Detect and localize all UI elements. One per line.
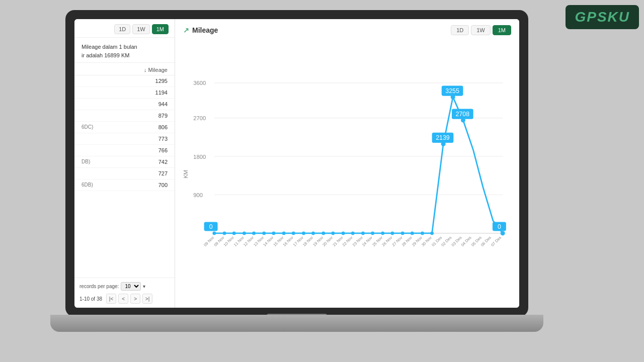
dot-0 <box>371 232 374 235</box>
svg-text:09 Nov: 09 Nov <box>203 235 215 247</box>
records-label: records per page: <box>79 284 119 289</box>
dot-0 <box>361 232 365 235</box>
tooltip-3255-text: 3255 <box>445 87 459 95</box>
dot-0 <box>311 232 315 235</box>
dot-0 <box>282 232 286 235</box>
left-btn-1d[interactable]: 1D <box>114 24 130 34</box>
tooltip-2139-text: 2139 <box>436 134 450 141</box>
dropdown-icon: ▾ <box>143 284 145 289</box>
dot-0 <box>223 232 226 235</box>
svg-text:22 Nov: 22 Nov <box>342 235 354 247</box>
dot-0 <box>302 232 305 235</box>
table-row: 1295 <box>74 75 175 87</box>
dot-0-start <box>212 232 216 235</box>
left-btn-1m[interactable]: 1M <box>152 24 169 34</box>
chart-title-text: Mileage <box>192 26 218 34</box>
chart-title: ↗ Mileage <box>183 26 218 34</box>
dot-0 <box>421 232 424 235</box>
records-select[interactable]: 10 25 50 <box>121 282 141 291</box>
next-page-button[interactable]: > <box>130 294 140 304</box>
dot-0 <box>381 232 384 235</box>
dot-0 <box>391 232 394 235</box>
laptop-screen: 1D 1W 1M Mileage dalam 1 bulan ir adalah… <box>74 19 519 308</box>
pagination-nav: 1-10 of 38 |< < > >| <box>79 294 170 304</box>
summary-line2: ir adalah 16899 KM <box>82 51 168 60</box>
laptop-base <box>50 315 543 332</box>
x-axis-labels: 09 Nov 09 Nov 10 Nov 11 Nov 12 Nov 13 No… <box>203 235 502 247</box>
svg-text:02 Des: 02 Des <box>440 235 452 247</box>
right-panel: ↗ Mileage 1D 1W 1M 3600 2700 1800 <box>175 19 519 308</box>
dot-end <box>501 231 505 235</box>
table-row: 773 <box>74 133 175 145</box>
dot-0 <box>272 232 275 235</box>
table-row: 944 <box>74 99 175 110</box>
svg-text:16 Nov: 16 Nov <box>282 235 294 247</box>
dot-0 <box>292 232 295 235</box>
dot-0 <box>243 232 246 235</box>
chart-trend-icon: ↗ <box>183 26 189 34</box>
table-rows: 1295 1194 944 879 6DC) <box>74 75 175 278</box>
chart-btn-1m[interactable]: 1M <box>493 25 511 35</box>
dot-0 <box>232 232 236 235</box>
chart-header: ↗ Mileage 1D 1W 1M <box>183 25 511 35</box>
chart-container: 3600 2700 1800 900 KM <box>183 40 511 300</box>
logo-text: GPSKU <box>575 9 630 25</box>
svg-text:10 Nov: 10 Nov <box>223 235 235 247</box>
table-row: 879 <box>74 110 175 122</box>
left-panel: 1D 1W 1M Mileage dalam 1 bulan ir adalah… <box>74 19 175 308</box>
gpsku-logo: GPSKU <box>566 5 639 29</box>
chart-svg: 3600 2700 1800 900 KM <box>183 40 511 300</box>
tooltip-2708-text: 2708 <box>456 111 470 118</box>
table-row: 6DC) 806 <box>74 122 175 133</box>
dot-0 <box>411 232 414 235</box>
svg-text:04 Des: 04 Des <box>460 235 472 247</box>
km-label: KM <box>183 170 189 178</box>
svg-text:28 Nov: 28 Nov <box>401 235 413 247</box>
pagination-area: records per page: 10 25 50 ▾ 1-10 of 38 … <box>74 278 175 308</box>
summary-text: Mileage dalam 1 bulan ir adalah 16899 KM <box>74 38 175 63</box>
svg-text:18 Nov: 18 Nov <box>302 235 314 247</box>
prev-page-button[interactable]: < <box>118 294 128 304</box>
table-row: DB) 742 <box>74 156 175 168</box>
summary-line1: Mileage dalam 1 bulan <box>82 43 168 51</box>
table-row: 6DB) 700 <box>74 179 175 191</box>
svg-text:20 Nov: 20 Nov <box>321 235 334 247</box>
dot-0 <box>351 232 355 235</box>
chart-btn-1w[interactable]: 1W <box>471 25 491 35</box>
y-label-900: 900 <box>193 192 203 198</box>
y-label-3600: 3600 <box>193 80 206 86</box>
first-page-button[interactable]: |< <box>106 294 116 304</box>
svg-text:24 Nov: 24 Nov <box>361 235 373 247</box>
svg-text:30 Nov: 30 Nov <box>421 235 433 247</box>
dot-0 <box>342 232 345 235</box>
sort-icon: ↓ <box>144 67 147 73</box>
dot-0 <box>262 232 266 235</box>
y-label-1800: 1800 <box>193 154 206 160</box>
dot-0 <box>252 232 256 235</box>
tooltip-0-text: 0 <box>498 223 501 230</box>
y-label-2700: 2700 <box>193 115 206 121</box>
column-mileage-header: ↓ Mileage <box>144 67 168 73</box>
dot-0 <box>332 232 335 235</box>
table-row: 1194 <box>74 87 175 99</box>
svg-text:07 Des: 07 Des <box>490 235 502 247</box>
chart-btn-1d[interactable]: 1D <box>451 25 469 35</box>
svg-text:26 Nov: 26 Nov <box>381 235 393 247</box>
svg-text:06 Des: 06 Des <box>480 235 492 247</box>
chart-time-filter: 1D 1W 1M <box>451 25 511 35</box>
left-btn-1w[interactable]: 1W <box>132 24 150 34</box>
laptop-bezel: 1D 1W 1M Mileage dalam 1 bulan ir adalah… <box>65 10 528 317</box>
svg-text:14 Nov: 14 Nov <box>262 235 274 247</box>
dot-0 <box>430 232 434 235</box>
dot-0 <box>401 232 405 235</box>
laptop-outer: 1D 1W 1M Mileage dalam 1 bulan ir adalah… <box>65 10 528 332</box>
records-per-page: records per page: 10 25 50 ▾ <box>79 282 170 291</box>
table-row: 727 <box>74 168 175 179</box>
svg-text:12 Nov: 12 Nov <box>243 235 255 247</box>
table-header: ↓ Mileage <box>74 63 175 75</box>
page-info: 1-10 of 38 <box>79 296 102 302</box>
table-row: 766 <box>74 145 175 156</box>
dot-0 <box>321 232 325 235</box>
last-page-button[interactable]: >| <box>142 294 152 304</box>
left-time-filter: 1D 1W 1M <box>74 19 175 38</box>
